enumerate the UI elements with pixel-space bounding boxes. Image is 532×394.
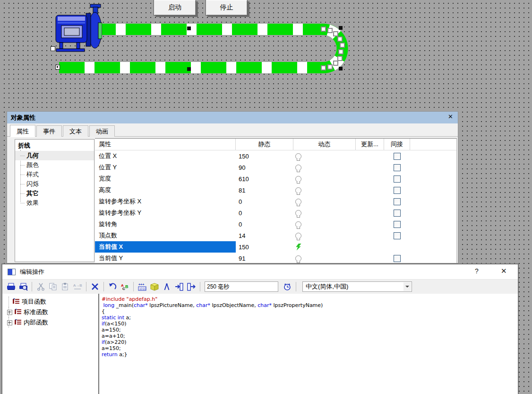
close-icon[interactable]: ✕ [448, 113, 453, 120]
indirect-checkbox[interactable] [394, 221, 401, 228]
lightning-bolt-icon[interactable] [295, 244, 301, 251]
indirect-checkbox[interactable] [394, 153, 401, 160]
vertex-handle[interactable] [338, 49, 343, 54]
static-value[interactable]: 0 [236, 219, 293, 230]
property-name[interactable]: 当前值 Y [95, 253, 236, 264]
interval-input[interactable] [205, 281, 278, 292]
column-header-dynamic[interactable]: 动态 [293, 139, 356, 150]
vertex-handle[interactable] [321, 65, 326, 70]
tab-0[interactable]: 属性 [10, 125, 35, 137]
syntax-check-icon[interactable]: ACB [119, 281, 130, 292]
static-value[interactable]: 0 [236, 196, 293, 207]
bulb-icon[interactable] [295, 187, 301, 193]
indirect-checkbox[interactable] [394, 164, 401, 171]
static-value[interactable]: 81 [236, 184, 293, 196]
selection-handle[interactable] [339, 26, 343, 30]
tab-3[interactable]: 动画 [89, 125, 115, 137]
indirect-checkbox[interactable] [394, 210, 401, 217]
indirect-checkbox[interactable] [394, 198, 401, 205]
bulb-icon[interactable] [295, 165, 301, 171]
tree-item[interactable]: 闪烁 [15, 179, 94, 189]
print-icon[interactable] [5, 281, 17, 292]
property-row[interactable]: 高度81 [95, 184, 456, 196]
property-name[interactable]: 位置 X [95, 150, 236, 162]
column-header-update[interactable]: 更新... [356, 139, 384, 150]
static-value[interactable]: 14 [236, 230, 293, 241]
vertex-handle[interactable] [321, 26, 326, 32]
vertex-handle[interactable] [340, 43, 345, 48]
property-row[interactable]: 旋转角0 [95, 219, 456, 230]
column-header-indirect[interactable]: 间接 [384, 139, 410, 150]
property-row[interactable]: 当前值 X150 [95, 241, 456, 253]
static-value[interactable]: 90 [236, 162, 293, 173]
print-preview-icon[interactable] [17, 281, 29, 292]
code-editor[interactable]: #include "apdefap.h" long _main(char* lp… [99, 294, 518, 394]
object-cube-icon[interactable] [149, 281, 160, 292]
clock-icon[interactable] [282, 281, 293, 292]
decimal-display-icon[interactable]: +++1010 [137, 281, 148, 292]
import-icon[interactable] [173, 281, 185, 292]
indirect-checkbox[interactable] [394, 255, 401, 262]
expand-icon[interactable] [7, 320, 12, 325]
property-name[interactable]: 宽度 [95, 173, 236, 184]
property-name[interactable]: 当前值 X [95, 241, 236, 253]
indirect-checkbox[interactable] [394, 175, 401, 183]
static-value[interactable]: 610 [236, 173, 293, 184]
property-name[interactable]: 顶点数 [95, 230, 236, 241]
indirect-checkbox[interactable] [394, 232, 401, 239]
property-name[interactable]: 旋转参考坐标 Y [95, 207, 236, 219]
property-row[interactable]: 旋转参考坐标 Y0 [95, 207, 456, 219]
expand-icon[interactable] [7, 310, 12, 315]
tree-item[interactable]: 几何 [15, 151, 94, 160]
cut-icon[interactable] [35, 281, 46, 292]
tree-item[interactable]: 其它 [15, 189, 94, 198]
undo-icon[interactable] [107, 281, 118, 292]
bulb-icon[interactable] [295, 221, 301, 228]
property-row[interactable]: 旋转参考坐标 X0 [95, 196, 456, 207]
vertex-handle[interactable] [327, 28, 333, 33]
property-row[interactable]: 当前值 Y91 [95, 253, 456, 264]
bulb-icon[interactable] [295, 199, 301, 205]
vertex-handle[interactable] [327, 64, 333, 70]
vertex-handle[interactable] [333, 31, 338, 36]
property-row[interactable]: 位置 X150 [95, 150, 456, 162]
bulb-icon[interactable] [295, 255, 301, 262]
property-row[interactable]: 位置 Y90 [95, 162, 456, 173]
chevron-down-icon[interactable] [403, 282, 411, 291]
vertex-handle[interactable] [55, 65, 60, 70]
export-icon[interactable] [186, 281, 197, 292]
paste-icon[interactable] [60, 281, 71, 292]
delete-icon[interactable] [89, 281, 101, 292]
vertex-handle[interactable] [337, 36, 343, 42]
pump-graphic[interactable] [49, 3, 102, 52]
bulb-icon[interactable] [295, 153, 301, 159]
property-name[interactable]: 高度 [95, 184, 236, 196]
indirect-checkbox[interactable] [394, 187, 401, 194]
function-compass-icon[interactable] [161, 281, 172, 292]
static-value[interactable]: 150 [236, 241, 293, 253]
property-name[interactable]: 旋转参考坐标 X [95, 196, 236, 207]
column-header-property[interactable]: 属性 [95, 139, 236, 150]
property-name[interactable]: 位置 Y [95, 162, 236, 173]
function-tree-item[interactable]: 标准函数 [2, 307, 98, 317]
tab-2[interactable]: 文本 [63, 125, 88, 137]
bulb-icon[interactable] [295, 176, 301, 182]
selection-handle[interactable] [339, 67, 343, 70]
function-tree-item[interactable]: 内部函数 [2, 317, 98, 328]
bulb-icon[interactable] [295, 210, 301, 216]
tree-root-polyline[interactable]: 折线 [15, 140, 94, 151]
tree-item[interactable]: 颜色 [15, 160, 94, 170]
static-value[interactable]: 0 [236, 207, 293, 219]
bulb-icon[interactable] [295, 233, 301, 239]
selection-handle[interactable] [187, 67, 191, 71]
selection-handle[interactable] [51, 46, 55, 51]
language-select[interactable]: 中文(简体,中国) [302, 281, 412, 292]
help-icon[interactable]: ? [475, 267, 479, 275]
column-header-static[interactable]: 静态 [236, 139, 293, 150]
tree-item[interactable]: 样式 [15, 170, 94, 179]
selection-handle[interactable] [187, 26, 191, 30]
tree-item[interactable]: 效果 [15, 198, 94, 208]
property-row[interactable]: 宽度610 [95, 173, 456, 184]
property-row[interactable]: 顶点数14 [95, 230, 456, 241]
function-tree-item[interactable]: 项目函数 [2, 297, 98, 307]
